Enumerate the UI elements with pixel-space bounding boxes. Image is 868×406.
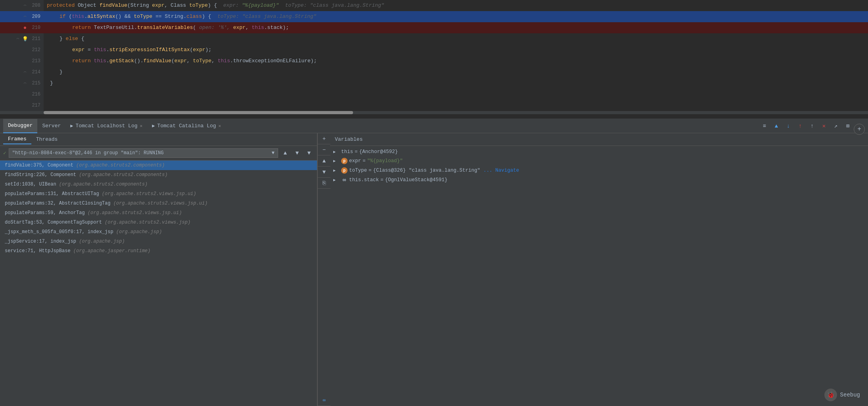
toolbar-menu-btn[interactable]: ≡: [759, 121, 770, 131]
frame-method-2: setId:1038, UIBean: [5, 182, 59, 187]
seebug-label: Seebug: [840, 392, 860, 398]
panel-content: Frames Threads ✓ "http-nio-8084-exec-8"@…: [0, 133, 868, 406]
sub-tab-frames[interactable]: Frames: [3, 134, 31, 144]
line-number-214: 214: [29, 69, 40, 75]
code-content-217: [44, 100, 868, 111]
fold-icon-208[interactable]: ⌒: [22, 3, 28, 8]
line-number-208: 208: [29, 3, 40, 8]
frame-class-0: (org.apache.struts2.components): [76, 163, 165, 168]
var-up-btn[interactable]: ▲: [318, 155, 330, 167]
code-line-210: ● 210 return TextParseUtil.translateVari…: [0, 22, 868, 33]
frame-method-9: service:71, HttpJspBase: [5, 248, 73, 254]
frame-method-6: doStartTag:53, ComponentTagSupport: [5, 220, 105, 225]
var-name-expr: expr: [349, 158, 361, 164]
code-line-213: 213 return this.getStack().findValue(exp…: [0, 56, 868, 67]
tab-bar: Debugger Server ▶ Tomcat Localhost Log ✕…: [0, 119, 868, 133]
fold-icon-214[interactable]: ⌒: [22, 69, 28, 75]
var-navigate-totype[interactable]: ... Navigate: [484, 168, 519, 173]
var-expand-this[interactable]: ▶: [333, 149, 340, 154]
var-expand-totype[interactable]: ▶: [333, 168, 340, 173]
thread-nav-up[interactable]: ▲: [280, 148, 290, 158]
frame-item-9[interactable]: service:71, HttpJspBase (org.apache.jasp…: [0, 246, 317, 256]
sub-tab-frames-label: Frames: [8, 136, 27, 142]
var-val-stack: {OgnlValueStack@4591}: [385, 177, 448, 183]
var-expand-expr[interactable]: ▶: [333, 159, 340, 163]
tab-tomcat-localhost[interactable]: ▶ Tomcat Localhost Log ✕: [65, 119, 147, 133]
var-copy-btn[interactable]: ⎘: [318, 178, 330, 189]
breakpoint-icon-210[interactable]: ●: [22, 25, 28, 31]
tab-server[interactable]: Server: [37, 119, 65, 133]
tab-tomcat-catalina-icon: ▶: [152, 123, 155, 129]
tab-tomcat-catalina-close[interactable]: ✕: [219, 123, 221, 128]
variables-header: Variables: [330, 133, 868, 146]
frame-item-0[interactable]: findValue:375, Component (org.apache.str…: [0, 161, 317, 170]
code-content-210: return TextParseUtil.translateVariables(…: [44, 22, 868, 33]
bulb-icon-211[interactable]: 💡: [22, 36, 28, 42]
scrollbar-thumb[interactable]: [44, 111, 353, 114]
code-content-209: if (this.altSyntax() && toType == String…: [44, 11, 868, 22]
var-down-btn[interactable]: ▼: [318, 167, 330, 178]
var-icon-expr: p: [341, 158, 348, 164]
gutter-217: 217: [0, 100, 44, 111]
code-line-208: ⌒ 208 protected Object findValue(String …: [0, 0, 868, 11]
frame-item-5[interactable]: populateParams:59, AnchorTag (org.apache…: [0, 208, 317, 218]
tab-debugger-label: Debugger: [8, 123, 33, 128]
toolbar-step-into-btn[interactable]: ↑: [795, 121, 805, 131]
frame-item-3[interactable]: populateParams:131, AbstractUITag (org.a…: [0, 189, 317, 199]
code-line-209: ⌒ 209 if (this.altSyntax() && toType == …: [0, 11, 868, 22]
thread-dropdown[interactable]: "http-nio-8084-exec-8"@2,446 in group "m…: [9, 148, 278, 158]
toolbar-evaluate-btn[interactable]: ↗: [831, 121, 841, 131]
var-add-btn[interactable]: +: [318, 133, 330, 144]
toolbar-step-out-btn[interactable]: ↑: [807, 121, 817, 131]
code-lines: ⌒ 208 protected Object findValue(String …: [0, 0, 868, 111]
var-expand-all-btn[interactable]: ∞: [318, 395, 330, 406]
sub-tab-threads[interactable]: Threads: [31, 135, 63, 144]
frame-class-9: (org.apache.jasper.runtime): [73, 248, 150, 254]
frame-item-6[interactable]: doStartTag:53, ComponentTagSupport (org.…: [0, 218, 317, 227]
frame-item-1[interactable]: findString:226, Component (org.apache.st…: [0, 170, 317, 180]
frame-item-4[interactable]: populateParams:32, AbstractClosingTag (o…: [0, 199, 317, 208]
left-panel: Frames Threads ✓ "http-nio-8084-exec-8"@…: [0, 133, 317, 406]
tab-debugger[interactable]: Debugger: [3, 119, 37, 133]
variables-title: Variables: [335, 136, 363, 142]
toolbar-resume-btn[interactable]: ▲: [771, 121, 782, 131]
thread-nav-down[interactable]: ▼: [292, 148, 302, 158]
fold-icon-209[interactable]: ⌒: [22, 14, 28, 19]
line-number-209: 209: [29, 14, 40, 19]
thread-selector: ✓ "http-nio-8084-exec-8"@2,446 in group …: [0, 146, 317, 161]
add-panel-button[interactable]: +: [854, 124, 865, 135]
frame-class-8: (org.apache.jsp): [79, 239, 125, 244]
var-remove-btn[interactable]: −: [318, 144, 330, 155]
frame-item-2[interactable]: setId:1038, UIBean (org.apache.struts2.c…: [0, 180, 317, 189]
toolbar-stop-btn[interactable]: ✕: [819, 121, 829, 131]
frame-method-1: findString:226, Component: [5, 172, 79, 178]
fold-icon-215[interactable]: ⌒: [22, 80, 28, 86]
horizontal-scrollbar[interactable]: [0, 111, 868, 114]
code-line-211: ⌒ 💡 211 } else {: [0, 33, 868, 44]
code-content-213: return this.getStack().findValue(expr, t…: [44, 56, 868, 67]
frame-class-6: (org.apache.struts2.views.jsp): [105, 220, 190, 225]
code-editor: ⌒ 208 protected Object findValue(String …: [0, 0, 868, 119]
code-content-215: }: [44, 78, 868, 89]
fold-icon-211[interactable]: ⌒: [15, 36, 21, 42]
var-expand-stack[interactable]: ▶: [333, 178, 340, 182]
bottom-panel: Debugger Server ▶ Tomcat Localhost Log ✕…: [0, 119, 868, 406]
var-name-totype: toType: [349, 168, 367, 173]
tab-tomcat-localhost-label: Tomcat Localhost Log: [75, 123, 137, 129]
tab-tomcat-catalina[interactable]: ▶ Tomcat Catalina Log ✕: [147, 119, 226, 133]
frame-class-7: (org.apache.jsp): [116, 229, 162, 235]
var-name-this: this: [341, 149, 353, 155]
tab-tomcat-catalina-label: Tomcat Catalina Log: [157, 123, 216, 129]
sub-tab-threads-label: Threads: [36, 136, 58, 142]
toolbar-step-over-btn[interactable]: ↓: [783, 121, 793, 131]
toolbar-watch-btn[interactable]: ⊞: [843, 121, 853, 131]
thread-filter[interactable]: ▼: [304, 148, 314, 158]
gutter-213: 213: [0, 56, 44, 67]
tab-tomcat-localhost-close[interactable]: ✕: [140, 123, 143, 128]
frame-item-8[interactable]: _jspService:17, index_jsp (org.apache.js…: [0, 237, 317, 246]
code-line-212: 212 expr = this.stripExpressionIfAltSynt…: [0, 44, 868, 56]
var-item-expr: ▶ p expr = "%{payload}": [330, 156, 868, 166]
code-content-211: } else {: [44, 33, 868, 44]
gutter-216: 216: [0, 89, 44, 100]
frame-item-7[interactable]: _jspx_meth_s_005fa_005f0:17, index_jsp (…: [0, 227, 317, 237]
